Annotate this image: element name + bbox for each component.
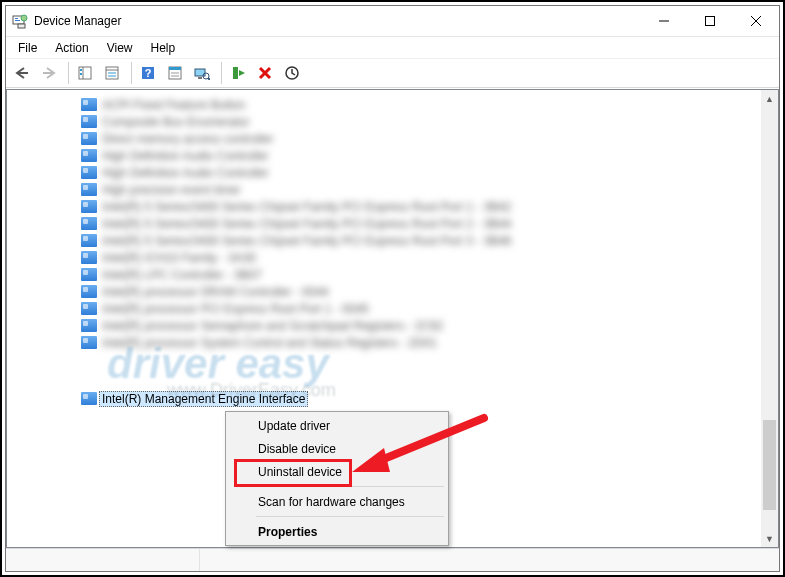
- app-icon: [12, 13, 28, 29]
- device-icon: [81, 319, 97, 332]
- device-label: Intel(R) LPC Controller - 3B07: [102, 268, 262, 282]
- device-icon: [81, 302, 97, 315]
- device-label: Intel(R) processor DRAM Controller - 004…: [102, 285, 329, 299]
- titlebar[interactable]: Device Manager: [6, 6, 779, 37]
- toolbar-separator: [131, 62, 132, 84]
- svg-rect-29: [233, 67, 238, 79]
- device-icon: [81, 392, 97, 405]
- device-icon: [81, 285, 97, 298]
- device-tree-item[interactable]: Composite Bus Enumerator: [7, 113, 761, 130]
- device-label: High Definition Audio Controller: [102, 166, 269, 180]
- svg-rect-26: [198, 77, 202, 79]
- device-tree-item[interactable]: High Definition Audio Controller: [7, 164, 761, 181]
- minimize-button[interactable]: [641, 6, 687, 36]
- device-label: Intel(R) 5 Series/3400 Series Chipset Fa…: [102, 200, 512, 214]
- disable-toolbar-button[interactable]: [280, 61, 304, 85]
- device-label: Intel(R) 5 Series/3400 Series Chipset Fa…: [102, 234, 512, 248]
- device-icon: [81, 166, 97, 179]
- toolbar: ?: [6, 59, 779, 88]
- menu-separator: [256, 516, 444, 517]
- device-label: Intel(R) ICH10 Family - 3A30: [102, 251, 256, 265]
- properties-button[interactable]: [100, 61, 124, 85]
- menu-view[interactable]: View: [99, 39, 141, 57]
- device-icon: [81, 217, 97, 230]
- svg-rect-22: [169, 67, 181, 70]
- device-label: Intel(R) 5 Series/3400 Series Chipset Fa…: [102, 217, 512, 231]
- device-icon: [81, 336, 97, 349]
- device-tree-item[interactable]: Intel(R) processor Semaphore and Scratch…: [7, 317, 761, 334]
- maximize-button[interactable]: [687, 6, 733, 36]
- menu-properties[interactable]: Properties: [228, 520, 446, 543]
- scroll-down-button[interactable]: ▼: [761, 530, 778, 547]
- device-manager-window: Device Manager File Action View Help: [5, 5, 780, 572]
- device-tree-item[interactable]: Intel(R) LPC Controller - 3B07: [7, 266, 761, 283]
- device-tree-item[interactable]: Intel(R) 5 Series/3400 Series Chipset Fa…: [7, 232, 761, 249]
- close-button[interactable]: [733, 6, 779, 36]
- svg-rect-14: [80, 73, 82, 75]
- menubar: File Action View Help: [6, 37, 779, 59]
- svg-line-28: [208, 78, 210, 80]
- device-tree-item[interactable]: Direct memory access controller: [7, 130, 761, 147]
- menu-scan-hardware[interactable]: Scan for hardware changes: [228, 490, 446, 513]
- device-tree-item[interactable]: Intel(R) 5 Series/3400 Series Chipset Fa…: [7, 198, 761, 215]
- menu-action[interactable]: Action: [47, 39, 96, 57]
- menu-separator: [256, 486, 444, 487]
- forward-button[interactable]: [37, 61, 61, 85]
- action-details-button[interactable]: [163, 61, 187, 85]
- menu-update-driver[interactable]: Update driver: [228, 414, 446, 437]
- device-icon: [81, 132, 97, 145]
- help-button[interactable]: ?: [136, 61, 160, 85]
- status-cell: [200, 549, 779, 571]
- window-title: Device Manager: [34, 14, 121, 28]
- svg-rect-2: [15, 20, 20, 21]
- svg-rect-13: [80, 69, 82, 71]
- scroll-up-button[interactable]: ▲: [761, 90, 778, 107]
- menu-disable-device[interactable]: Disable device: [228, 437, 446, 460]
- device-label: Intel(R) processor Semaphore and Scratch…: [102, 319, 444, 333]
- device-icon: [81, 200, 97, 213]
- device-icon: [81, 149, 97, 162]
- annotated-frame: Device Manager File Action View Help: [0, 0, 785, 577]
- svg-rect-6: [706, 17, 715, 26]
- device-tree-item[interactable]: Intel(R) ICH10 Family - 3A30: [7, 249, 761, 266]
- device-tree-item[interactable]: ACPI Fixed Feature Button: [7, 96, 761, 113]
- scan-hardware-button[interactable]: [190, 61, 214, 85]
- device-icon: [81, 268, 97, 281]
- device-label: Intel(R) Management Engine Interface: [99, 391, 308, 407]
- device-label: Composite Bus Enumerator: [102, 115, 249, 129]
- vertical-scrollbar[interactable]: ▲ ▼: [761, 90, 778, 547]
- show-hide-tree-button[interactable]: [73, 61, 97, 85]
- svg-text:?: ?: [145, 67, 152, 79]
- device-tree-item[interactable]: High Definition Audio Controller: [7, 147, 761, 164]
- back-button[interactable]: [10, 61, 34, 85]
- device-label: ACPI Fixed Feature Button: [102, 98, 245, 112]
- device-label: Intel(R) processor PCI Express Root Port…: [102, 302, 369, 316]
- device-tree-item[interactable]: Intel(R) processor System Control and St…: [7, 334, 761, 351]
- device-icon: [81, 183, 97, 196]
- device-tree-item[interactable]: Intel(R) processor DRAM Controller - 004…: [7, 283, 761, 300]
- menu-help[interactable]: Help: [143, 39, 184, 57]
- context-menu: Update driver Disable device Uninstall d…: [225, 411, 449, 546]
- device-label: Direct memory access controller: [102, 132, 273, 146]
- menu-uninstall-device[interactable]: Uninstall device: [228, 460, 446, 483]
- status-cell: [6, 549, 200, 571]
- device-icon: [81, 115, 97, 128]
- status-bar: [6, 548, 779, 571]
- device-tree-item-selected[interactable]: Intel(R) Management Engine Interface: [7, 390, 761, 407]
- device-label: Intel(R) processor System Control and St…: [102, 336, 437, 350]
- device-tree-item[interactable]: High precision event timer: [7, 181, 761, 198]
- menu-file[interactable]: File: [10, 39, 45, 57]
- device-label: High precision event timer: [102, 183, 241, 197]
- device-label: High Definition Audio Controller: [102, 149, 269, 163]
- toolbar-separator: [68, 62, 69, 84]
- svg-rect-3: [18, 24, 25, 28]
- device-icon: [81, 251, 97, 264]
- svg-point-4: [21, 15, 27, 21]
- scroll-thumb[interactable]: [763, 420, 776, 510]
- device-tree-item[interactable]: Intel(R) 5 Series/3400 Series Chipset Fa…: [7, 215, 761, 232]
- update-driver-toolbar-button[interactable]: [226, 61, 250, 85]
- device-icon: [81, 98, 97, 111]
- uninstall-toolbar-button[interactable]: [253, 61, 277, 85]
- svg-rect-1: [15, 18, 18, 19]
- device-tree-item[interactable]: Intel(R) processor PCI Express Root Port…: [7, 300, 761, 317]
